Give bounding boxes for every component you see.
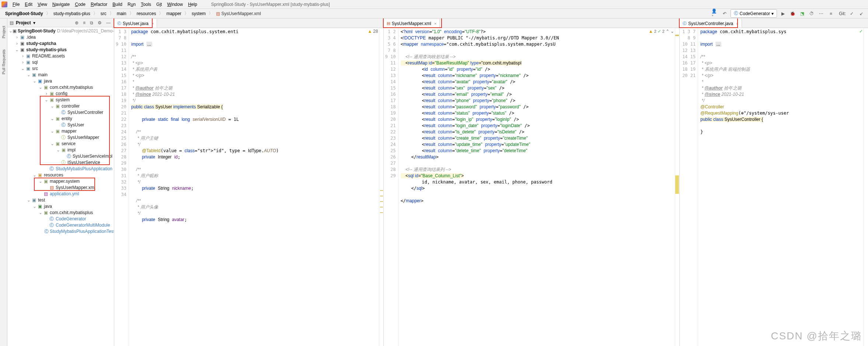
- main-area: Project Pull Requests ▤ Project ▾ ⊕ ≡ ⧉ …: [0, 18, 868, 346]
- menu-code[interactable]: Code: [73, 1, 88, 8]
- code-1[interactable]: package com.cxhit.mybatisplus.system.ent…: [129, 28, 379, 346]
- menu-help[interactable]: Help: [186, 1, 199, 8]
- editor-pane-1: ⒸSysUser.java× ▲28 1 3 7 8 9 10 11 12 13…: [114, 18, 384, 346]
- editor-pane-2: ▤SysUserMapper.xml× ▲2 ✓2 ⌃ ⌄ 1 2 3 4 5 …: [384, 18, 680, 346]
- crumb-0[interactable]: SpringBoot-Study: [3, 10, 45, 17]
- expand-all-icon[interactable]: ≡: [82, 20, 87, 25]
- back-icon[interactable]: ↶: [721, 10, 728, 17]
- gutter-1: 1 3 7 8 9 10 11 12 13 14 15 16 17 18 19 …: [114, 28, 129, 346]
- tree-item[interactable]: ⒸSysUserServiceImpl: [7, 153, 114, 160]
- tab-sysuser-java[interactable]: ⒸSysUser.java×: [114, 18, 157, 28]
- menu-tools[interactable]: Tools: [139, 1, 153, 8]
- code-area-3[interactable]: ✓ 1 3 7 8 9 10 11 12 13 14 15 16 17 18 1…: [680, 28, 868, 346]
- tree-item[interactable]: ⌄▣com.cxhit.mybatisplus: [7, 210, 114, 216]
- tree-item[interactable]: ›▣README.assets: [7, 53, 114, 59]
- tree-item[interactable]: ⌄▣java: [7, 78, 114, 84]
- menu-view[interactable]: View: [35, 1, 49, 8]
- tree-item[interactable]: ⌄▣study-mybatis-plus: [7, 47, 114, 53]
- tree-item[interactable]: ⌄▣service: [7, 141, 114, 147]
- crumb-5[interactable]: mapper: [164, 10, 184, 17]
- crumb-2[interactable]: src: [98, 10, 109, 17]
- tab-sysusercontroller-java[interactable]: ⒸSysUserController.java×: [680, 18, 742, 28]
- tree-item[interactable]: ⌄▣test: [7, 197, 114, 203]
- menu-file[interactable]: File: [10, 1, 22, 8]
- crumb-3[interactable]: main: [115, 10, 129, 17]
- hide-icon[interactable]: —: [105, 20, 112, 25]
- tree-item[interactable]: ⌄▣main: [7, 72, 114, 78]
- menu-git[interactable]: Git: [154, 1, 164, 8]
- menu-build[interactable]: Build: [110, 1, 125, 8]
- crumb-4[interactable]: resources: [135, 10, 158, 17]
- tree-item[interactable]: ⒸCodeGeneratorMultiModule: [7, 222, 114, 228]
- tree-item[interactable]: ⒸSysUserController: [7, 109, 114, 116]
- close-icon[interactable]: ×: [151, 21, 154, 26]
- code-area-1[interactable]: ▲28 1 3 7 8 9 10 11 12 13 14 15 16 17 18…: [114, 28, 383, 346]
- tab-strip-1: ⒸSysUser.java×: [114, 18, 383, 28]
- tree-item[interactable]: ⌄▣src: [7, 66, 114, 72]
- run-config-selector[interactable]: ⒸCodeGenerator ▾: [731, 9, 777, 18]
- menu-navigate[interactable]: Navigate: [50, 1, 72, 8]
- tree-item[interactable]: ⒾSysUserMapper: [7, 134, 114, 141]
- menu-refactor[interactable]: Refactor: [88, 1, 109, 8]
- tree-item[interactable]: ⒸStudyMybatisPlusApplicationTests: [7, 228, 114, 235]
- rail-pull-requests[interactable]: Pull Requests: [1, 49, 6, 74]
- rail-project[interactable]: Project: [1, 26, 6, 38]
- tree-item[interactable]: ⌄▣java: [7, 203, 114, 210]
- project-tree[interactable]: ⌄▣SpringBoot-StudyD:\IdeaProjects\2021_D…: [7, 27, 114, 346]
- debug-icon[interactable]: 🐞: [789, 10, 796, 17]
- menu-window[interactable]: Window: [165, 1, 185, 8]
- tree-item[interactable]: ⌄▣com.cxhit.mybatisplus: [7, 84, 114, 91]
- tree-item[interactable]: ›▣study-captcha: [7, 41, 114, 47]
- git-label: Git:: [837, 11, 846, 16]
- tree-item[interactable]: ⌄▣system: [7, 97, 114, 103]
- tree-root[interactable]: ⌄▣SpringBoot-StudyD:\IdeaProjects\2021_D…: [7, 28, 114, 34]
- tab-sysusermapper-xml[interactable]: ▤SysUserMapper.xml×: [384, 18, 440, 28]
- code-area-2[interactable]: ▲2 ✓2 ⌃ ⌄ 1 2 3 4 5 6 7 8 9 10 11 12 13 …: [384, 28, 680, 346]
- menu-run[interactable]: Run: [125, 1, 138, 8]
- attach-icon[interactable]: ⋯: [818, 10, 825, 17]
- tree-item[interactable]: ⌄▣mapper.system: [7, 178, 114, 185]
- tree-item[interactable]: ▤application.yml: [7, 191, 114, 197]
- tree-item[interactable]: ›▣sql: [7, 59, 114, 66]
- user-icon[interactable]: 👤⁺: [711, 10, 719, 17]
- coverage-icon[interactable]: ⬔: [798, 10, 806, 17]
- tree-item[interactable]: ⌄▣impl: [7, 147, 114, 153]
- tree-item[interactable]: ▤SysUserMapper.xml: [7, 185, 114, 191]
- editor-group: ⒸSysUser.java× ▲28 1 3 7 8 9 10 11 12 13…: [114, 18, 868, 346]
- code-3[interactable]: package com.cxhit.mybatisplus.sys import…: [698, 28, 864, 346]
- tree-item[interactable]: ›▣config: [7, 91, 114, 97]
- git-update-icon[interactable]: ↙: [858, 10, 865, 17]
- collapse-icon[interactable]: ⧉: [89, 20, 94, 25]
- settings-icon[interactable]: ⚙: [97, 20, 103, 25]
- close-icon[interactable]: ×: [736, 21, 738, 26]
- tree-item[interactable]: ⒸStudyMybatisPlusApplication: [7, 166, 114, 172]
- git-commit-icon[interactable]: ✓: [848, 10, 855, 17]
- breadcrumb: SpringBoot-Study〉 study-mybatis-plus〉 sr…: [3, 10, 263, 17]
- select-opened-icon[interactable]: ⊕: [74, 20, 80, 25]
- gutter-3: 1 3 7 8 9 10 11 12 13 14 15 16 17 18 19 …: [680, 28, 698, 346]
- marker-bar-2[interactable]: [675, 28, 679, 346]
- marker-bar-3[interactable]: [864, 28, 868, 346]
- crumb-6[interactable]: system: [189, 10, 208, 17]
- project-panel: ▤ Project ▾ ⊕ ≡ ⧉ ⚙ — ⌄▣SpringBoot-Study…: [7, 18, 114, 346]
- menu-bar: File Edit View Navigate Code Refactor Bu…: [0, 0, 868, 9]
- toolbar-right: 👤⁺ ↶ ⒸCodeGenerator ▾ ▶ 🐞 ⬔ ⏱ ⋯ ■ Git: ✓…: [711, 9, 865, 18]
- crumb-1[interactable]: study-mybatis-plus: [51, 10, 93, 17]
- tree-item[interactable]: ⒸCodeGenerator: [7, 216, 114, 222]
- tree-item[interactable]: ⌄▣resources: [7, 172, 114, 178]
- tree-item[interactable]: ›▣.idea: [7, 34, 114, 41]
- menu-edit[interactable]: Edit: [22, 1, 35, 8]
- run-icon[interactable]: ▶: [779, 10, 787, 17]
- crumb-7[interactable]: ▤ SysUserMapper.xml: [214, 10, 263, 17]
- profile-icon[interactable]: ⏱: [808, 10, 815, 17]
- code-2[interactable]: <?xml version="1.0" encoding="UTF-8"?> <…: [398, 28, 675, 346]
- tree-item[interactable]: ⌄▣entity: [7, 116, 114, 122]
- stop-icon[interactable]: ■: [827, 10, 834, 17]
- marker-bar-1[interactable]: [379, 28, 383, 346]
- editor1-status: ▲28: [367, 29, 378, 34]
- close-icon[interactable]: ×: [434, 21, 436, 26]
- tree-item[interactable]: ⌄▣mapper: [7, 128, 114, 134]
- tree-item[interactable]: ⒾISysUserService: [7, 160, 114, 166]
- tree-item[interactable]: ⒸSysUser: [7, 122, 114, 128]
- tree-item[interactable]: ⌄▣controller: [7, 103, 114, 109]
